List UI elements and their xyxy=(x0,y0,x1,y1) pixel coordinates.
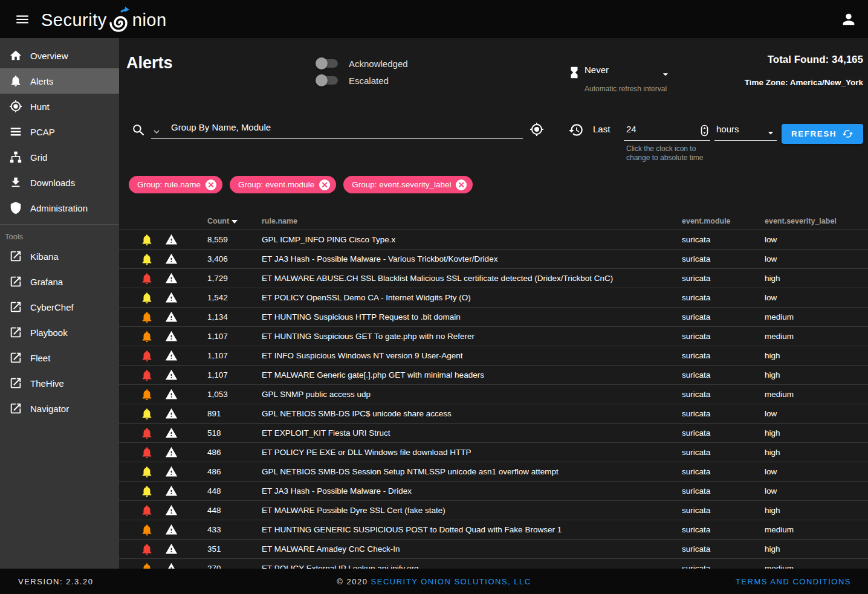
event-info-icon[interactable] xyxy=(163,230,179,249)
alert-severity-label[interactable]: low xyxy=(765,462,861,481)
event-info-icon[interactable] xyxy=(163,501,179,520)
alert-rule-name[interactable]: ET MALWARE Amadey CnC Check-In xyxy=(262,540,679,558)
alert-rule-name[interactable]: ET JA3 Hash - Possible Malware - Dridex xyxy=(262,482,679,500)
alert-rule-name[interactable]: ET INFO Suspicious Windows NT version 9 … xyxy=(262,346,679,365)
severity-bell-icon[interactable] xyxy=(139,520,155,539)
alert-row[interactable]: 448ET MALWARE Possible Dyre SSL Cert (fa… xyxy=(119,501,868,520)
chevron-down-icon[interactable] xyxy=(765,127,777,141)
copyright-link[interactable]: SECURITY ONION SOLUTIONS, LLC xyxy=(371,577,531,586)
event-info-icon[interactable] xyxy=(163,520,179,539)
switch-thumb[interactable] xyxy=(316,74,328,86)
alert-row[interactable]: 486ET POLICY PE EXE or DLL Windows file … xyxy=(119,443,868,462)
sidebar-tool-grafana[interactable]: Grafana xyxy=(0,269,119,294)
close-icon[interactable]: ✕ xyxy=(456,179,467,190)
alert-severity-label[interactable]: high xyxy=(765,501,861,520)
event-info-icon[interactable] xyxy=(163,385,179,404)
refresh-button[interactable]: REFRESH xyxy=(782,124,863,144)
event-info-icon[interactable] xyxy=(163,327,179,346)
alert-row[interactable]: 270ET POLICY External IP Lookup api.ipif… xyxy=(119,559,868,569)
refresh-interval-select[interactable]: Never xyxy=(585,65,675,76)
alert-row[interactable]: 1,729ET MALWARE ABUSE.CH SSL Blacklist M… xyxy=(119,269,868,288)
alert-severity-label[interactable]: high xyxy=(765,269,861,288)
menu-icon[interactable] xyxy=(8,10,36,29)
alert-rule-name[interactable]: ET HUNTING Suspicious GET To gate.php wi… xyxy=(262,327,679,346)
alert-rule-name[interactable]: ET JA3 Hash - Possible Malware - Various… xyxy=(262,250,679,268)
alert-severity-label[interactable]: medium xyxy=(765,520,861,539)
event-info-icon[interactable] xyxy=(163,250,179,268)
time-range-value-input[interactable] xyxy=(626,124,693,134)
switch-track[interactable] xyxy=(317,59,338,68)
alert-rule-name[interactable]: ET HUNTING Suspicious HTTP Request to .b… xyxy=(262,308,679,326)
alert-event-module[interactable]: suricata xyxy=(682,424,760,442)
alert-event-module[interactable]: suricata xyxy=(682,288,760,307)
alert-severity-label[interactable]: high xyxy=(765,424,861,442)
alert-severity-label[interactable]: medium xyxy=(765,559,861,569)
column-header-rule-name[interactable]: rule.name xyxy=(262,217,297,225)
sidebar-item-alerts[interactable]: Alerts xyxy=(0,68,119,94)
sidebar-tool-playbook[interactable]: Playbook xyxy=(0,320,119,345)
severity-bell-icon[interactable] xyxy=(139,540,155,558)
sidebar-tool-fleet[interactable]: Fleet xyxy=(0,345,119,370)
severity-bell-icon[interactable] xyxy=(139,230,155,249)
alert-rule-name[interactable]: ET MALWARE Generic gate[.].php GET with … xyxy=(262,366,679,384)
event-info-icon[interactable] xyxy=(163,540,179,558)
alert-event-module[interactable]: suricata xyxy=(682,559,760,569)
alert-rule-name[interactable]: ET MALWARE Possible Dyre SSL Cert (fake … xyxy=(262,501,679,520)
column-header-severity-label[interactable]: event.severity_label xyxy=(765,217,837,225)
alert-rule-name[interactable]: GPL SNMP public access udp xyxy=(262,385,679,404)
switch-thumb[interactable] xyxy=(316,57,328,69)
alert-severity-label[interactable]: medium xyxy=(765,327,861,346)
alert-row[interactable]: 448ET JA3 Hash - Possible Malware - Drid… xyxy=(119,482,868,501)
alert-severity-label[interactable]: high xyxy=(765,443,861,462)
group-filter-chip[interactable]: Group: event.module✕ xyxy=(230,176,336,193)
user-account-icon[interactable] xyxy=(838,9,860,30)
alert-event-module[interactable]: suricata xyxy=(682,385,760,404)
severity-bell-icon[interactable] xyxy=(139,366,155,384)
crosshairs-target-icon[interactable] xyxy=(530,122,544,139)
event-info-icon[interactable] xyxy=(163,404,179,423)
event-info-icon[interactable] xyxy=(163,482,179,500)
sidebar-tool-navigator[interactable]: Navigator xyxy=(0,396,119,421)
severity-bell-icon[interactable] xyxy=(139,424,155,442)
acknowledged-toggle[interactable]: Acknowledged xyxy=(317,55,408,72)
close-icon[interactable]: ✕ xyxy=(206,179,216,190)
alert-event-module[interactable]: suricata xyxy=(682,462,760,481)
alert-event-module[interactable]: suricata xyxy=(682,404,760,423)
event-info-icon[interactable] xyxy=(163,424,179,442)
alert-row[interactable]: 486GPL NETBIOS SMB-DS Session Setup NTML… xyxy=(119,462,868,482)
sidebar-item-grid[interactable]: Grid xyxy=(0,144,119,170)
time-range-unit-select[interactable]: hours xyxy=(716,124,739,134)
event-info-icon[interactable] xyxy=(163,346,179,365)
alert-severity-label[interactable]: low xyxy=(765,404,861,423)
alert-row[interactable]: 1,107ET INFO Suspicious Windows NT versi… xyxy=(119,346,868,366)
alert-row[interactable]: 1,134ET HUNTING Suspicious HTTP Request … xyxy=(119,308,868,327)
alert-event-module[interactable]: suricata xyxy=(682,501,760,520)
sidebar-tool-thehive[interactable]: TheHive xyxy=(0,370,119,396)
escalated-toggle[interactable]: Escalated xyxy=(317,72,408,89)
alert-event-module[interactable]: suricata xyxy=(682,346,760,365)
alert-severity-label[interactable]: high xyxy=(765,540,861,558)
event-info-icon[interactable] xyxy=(163,288,179,307)
alert-severity-label[interactable]: medium xyxy=(765,385,861,404)
alert-event-module[interactable]: suricata xyxy=(682,269,760,288)
sidebar-item-pcap[interactable]: PCAP xyxy=(0,119,119,144)
event-info-icon[interactable] xyxy=(163,443,179,462)
alert-row[interactable]: 891GPL NETBIOS SMB-DS IPC$ unicode share… xyxy=(119,404,868,424)
terms-link[interactable]: TERMS AND CONDITIONS xyxy=(736,577,851,586)
severity-bell-icon[interactable] xyxy=(139,482,155,500)
severity-bell-icon[interactable] xyxy=(139,308,155,326)
alert-event-module[interactable]: suricata xyxy=(682,366,760,384)
sidebar-item-hunt[interactable]: Hunt xyxy=(0,94,119,119)
severity-bell-icon[interactable] xyxy=(139,250,155,268)
alert-event-module[interactable]: suricata xyxy=(682,230,760,249)
search-icon[interactable] xyxy=(131,123,146,140)
sidebar-item-downloads[interactable]: Downloads xyxy=(0,170,119,195)
alert-row[interactable]: 3,406ET JA3 Hash - Possible Malware - Va… xyxy=(119,250,868,269)
alert-event-module[interactable]: suricata xyxy=(682,308,760,326)
severity-bell-icon[interactable] xyxy=(139,385,155,404)
sidebar-item-overview[interactable]: Overview xyxy=(0,43,119,68)
severity-bell-icon[interactable] xyxy=(139,462,155,481)
alert-rule-name[interactable]: GPL NETBIOS SMB-DS IPC$ unicode share ac… xyxy=(262,404,679,423)
alert-severity-label[interactable]: high xyxy=(765,366,861,384)
sidebar-item-administration[interactable]: Administration xyxy=(0,195,119,221)
